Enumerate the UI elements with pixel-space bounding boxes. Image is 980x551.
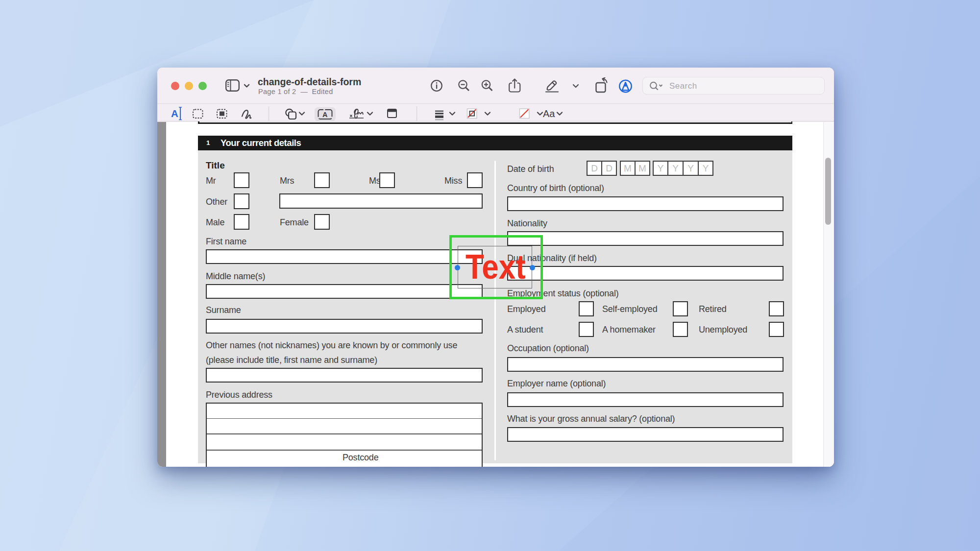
svg-text:A: A [322, 111, 328, 119]
svg-text:A: A [171, 108, 178, 119]
svg-text:Aa: Aa [543, 108, 555, 119]
